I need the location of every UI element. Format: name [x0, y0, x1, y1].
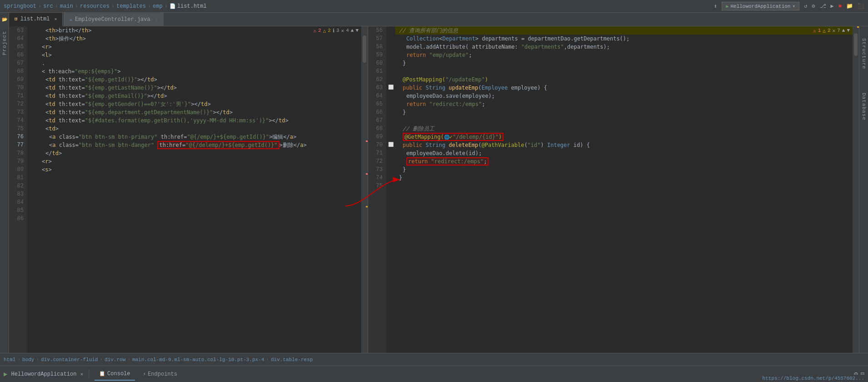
sep-1: ›: [38, 3, 41, 10]
rln-59: 59: [368, 51, 386, 59]
code-line-64: <th>操作</th>: [35, 35, 361, 43]
tab-list-html-close[interactable]: ✕: [54, 16, 57, 22]
right-nav-up[interactable]: ▲: [842, 28, 845, 33]
breadcrumb-file: list.html: [177, 3, 207, 10]
folder-icon[interactable]: 📁: [846, 3, 853, 10]
code-line-69: <td th:text="${emp.getId()}"></td>: [35, 75, 361, 84]
right-nav-down[interactable]: ▼: [847, 28, 850, 33]
left-error-icon: ⚠: [313, 28, 316, 34]
status-bar: html › body › div.container-fluid › div.…: [0, 353, 868, 366]
status-sep-5: ›: [266, 357, 269, 362]
breadcrumb-main[interactable]: main: [60, 3, 73, 10]
status-sep-4: ›: [127, 357, 130, 362]
run-close[interactable]: ✕: [80, 371, 83, 377]
gutter-icon-r63: ⬜: [386, 84, 395, 92]
rcode-69: @GetMapping(🌐✓"/delemp/{id}"): [395, 133, 853, 141]
left-warn-count: 2: [328, 28, 331, 33]
settings-icon[interactable]: ⬛: [858, 3, 864, 10]
breadcrumb-templates[interactable]: templates: [116, 3, 146, 10]
rln-65: 65: [368, 100, 386, 108]
rln-72: 72: [368, 157, 386, 166]
endpoints-icon: ⚡: [143, 371, 146, 377]
git-icon[interactable]: ⎇: [820, 3, 826, 10]
rcode-57: Collection<Department> departments = dep…: [395, 35, 853, 43]
stop-icon[interactable]: ■: [838, 3, 842, 10]
right-sidebar[interactable]: Structure Database: [859, 26, 868, 353]
app-selector[interactable]: ▶ HellowordApplication ▾: [722, 2, 799, 10]
status-html[interactable]: html: [4, 357, 15, 362]
project-icon: 📂: [2, 17, 7, 22]
rln-70: 70: [368, 141, 386, 149]
editors-area: Project ⚠ 2 △ 2 ℹ 3 ✕ 4 ▲ ▼ 63 64 65 66 …: [0, 26, 868, 353]
rln-73: 73: [368, 166, 386, 174]
status-main[interactable]: main.col-md-9.ml-sm-auto.col-lg-10.pt-3.…: [132, 357, 264, 362]
refresh-icon[interactable]: ↺: [804, 3, 807, 10]
status-div-container[interactable]: div.container-fluid: [41, 357, 98, 362]
right-scrollbar[interactable]: [853, 26, 859, 353]
nav-back-icon[interactable]: ⬆: [714, 3, 718, 10]
top-bar-right: ⬆ ▶ HellowordApplication ▾ ↺ ⚙ ⎇ ▶ ■ 📁 ⬛: [714, 2, 864, 10]
tab-bar: 📂 ⊞ list.html ✕ ☕ EmployeeController.jav…: [0, 13, 868, 26]
console-icon: 📋: [99, 371, 105, 377]
ln-78: 78: [9, 149, 27, 157]
code-line-80: <s>: [35, 166, 361, 174]
warn-marker-1: [366, 206, 368, 207]
code-line-77: <a class="btn btn-sm btn-danger" th:href…: [35, 141, 361, 149]
run-tab-console-label: Console: [107, 371, 130, 377]
breadcrumb-emp[interactable]: emp: [153, 3, 163, 10]
ln-75: 75: [9, 125, 27, 133]
code-line-81: [35, 174, 361, 182]
breadcrumb-resources[interactable]: resources: [80, 3, 110, 10]
right-code-content[interactable]: // 查询所有部门的信息 Collection<Department> depa…: [395, 26, 853, 353]
rcode-66: }: [395, 108, 853, 116]
left-editor: ⚠ 2 △ 2 ℹ 3 ✕ 4 ▲ ▼ 63 64 65 66 67 68 69…: [9, 26, 368, 353]
breadcrumb-springboot[interactable]: springboot: [4, 3, 36, 10]
run-app-name: HellowordApplication: [11, 371, 76, 377]
ln-73: 73: [9, 108, 27, 116]
left-nav-up[interactable]: ▲: [351, 28, 354, 33]
project-sidebar-tab[interactable]: 📂: [0, 13, 9, 26]
breadcrumb-src[interactable]: src: [43, 3, 53, 10]
run-icon[interactable]: ▶: [831, 3, 834, 10]
url-bar: https://blog.csdn.net/p/4557602...: [759, 375, 868, 382]
run-tab-endpoints[interactable]: ⚡ Endpoints: [139, 368, 182, 381]
status-div-row[interactable]: div.row: [105, 357, 125, 362]
left-scrollbar-thumb[interactable]: [363, 35, 366, 63]
sep-4: ›: [111, 3, 115, 10]
right-warn-count: 2: [828, 28, 831, 33]
breadcrumb-bar: springboot › src › main › resources › te…: [0, 0, 868, 13]
ln-79: 79: [9, 157, 27, 166]
left-other-icon: ✕: [341, 28, 344, 34]
tab-employee-java-close[interactable]: ✕: [155, 17, 158, 22]
status-sep-3: ›: [100, 357, 103, 362]
build-icon[interactable]: ⚙: [812, 3, 815, 10]
left-code-content[interactable]: <th>brith</th> <th>操作</th> <r> <l> . < t…: [35, 26, 361, 353]
error-marker-2: [366, 173, 368, 175]
error-marker-1: [366, 141, 368, 142]
left-scrollbar[interactable]: [361, 26, 368, 353]
rln-56: 56: [368, 26, 386, 35]
ln-76-active: 76: [9, 133, 27, 141]
run-tab-console[interactable]: 📋 Console: [95, 368, 135, 381]
code-line-67: .: [35, 59, 361, 67]
right-warn-marker-1: [857, 26, 859, 28]
rln-69: 69: [368, 133, 386, 141]
tab-list-html[interactable]: ⊞ list.html ✕: [9, 13, 63, 26]
status-div-table[interactable]: div.table-resp: [271, 357, 313, 362]
right-other-icon: ✕: [833, 28, 836, 34]
project-sidebar[interactable]: Project: [0, 26, 9, 353]
right-warn-icon: △: [823, 28, 826, 34]
ln-65: 65: [9, 43, 27, 51]
tab-employee-java-label: EmployeeController.java: [75, 16, 150, 23]
ln-71: 71: [9, 92, 27, 100]
code-line-65: <r>: [35, 43, 361, 51]
status-body[interactable]: body: [22, 357, 34, 362]
rcode-58: model.addAttribute( attributeName: "depa…: [395, 43, 853, 51]
right-error-count: 1: [818, 28, 821, 33]
tab-employee-java[interactable]: ☕ EmployeeController.java ✕: [64, 13, 163, 26]
app-selector-chevron[interactable]: ▾: [792, 3, 795, 9]
rcode-60: }: [395, 59, 853, 67]
right-scrollbar-thumb[interactable]: [854, 33, 858, 56]
left-nav-down[interactable]: ▼: [355, 28, 359, 33]
ln-85: 85: [9, 206, 27, 215]
